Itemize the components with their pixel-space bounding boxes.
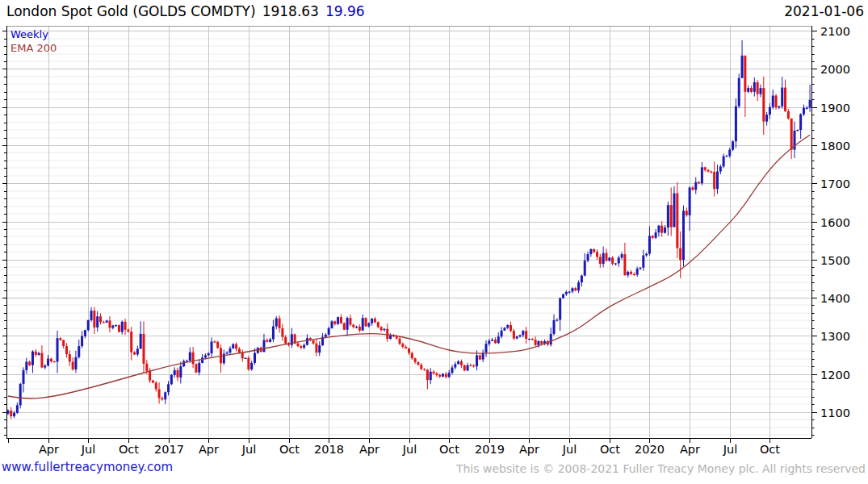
svg-text:1100: 1100 <box>820 407 850 419</box>
svg-text:1500: 1500 <box>820 254 850 267</box>
svg-text:2018: 2018 <box>314 443 344 456</box>
svg-text:Jul: Jul <box>241 443 257 456</box>
plot-border <box>6 26 812 439</box>
svg-text:Jul: Jul <box>81 443 96 456</box>
svg-text:2100: 2100 <box>820 25 850 38</box>
svg-text:Apr: Apr <box>39 443 59 456</box>
svg-text:Jul: Jul <box>723 443 738 456</box>
svg-text:Apr: Apr <box>199 443 219 456</box>
svg-text:Oct: Oct <box>600 443 620 456</box>
page: { "header": { "title": "London Spot Gold… <box>0 0 868 484</box>
svg-text:Apr: Apr <box>680 443 700 456</box>
copyright-text: This website is © 2008-2021 Fuller Treac… <box>456 462 866 475</box>
svg-text:Oct: Oct <box>439 443 459 456</box>
svg-text:2020: 2020 <box>635 443 665 456</box>
svg-text:Oct: Oct <box>279 443 300 456</box>
svg-text:Apr: Apr <box>519 443 539 456</box>
svg-text:1800: 1800 <box>820 140 850 152</box>
candlestick-series <box>6 40 811 419</box>
grid-minor <box>6 39 811 435</box>
price-chart[interactable]: 1100120013001400150016001700180019002000… <box>0 0 868 484</box>
svg-text:Oct: Oct <box>760 443 780 456</box>
svg-text:2017: 2017 <box>154 443 184 456</box>
svg-text:2019: 2019 <box>475 443 505 456</box>
svg-text:Jul: Jul <box>562 443 577 456</box>
svg-text:Oct: Oct <box>119 443 139 456</box>
svg-text:Jul: Jul <box>402 443 417 456</box>
ema-label: EMA 200 <box>10 42 57 54</box>
x-axis: AprJulOct2017AprJulOct2018AprJulOct2019A… <box>9 438 781 456</box>
svg-text:1200: 1200 <box>820 369 850 382</box>
grid-major <box>6 31 811 413</box>
timeframe-label: Weekly <box>10 28 48 40</box>
svg-text:1400: 1400 <box>820 292 850 305</box>
svg-text:1700: 1700 <box>820 177 850 190</box>
svg-text:2000: 2000 <box>820 63 850 76</box>
svg-text:Apr: Apr <box>359 443 379 456</box>
svg-text:1300: 1300 <box>820 330 850 343</box>
site-link[interactable]: www.fullertreacymoney.com <box>2 460 173 474</box>
svg-text:1900: 1900 <box>820 102 850 115</box>
svg-text:1600: 1600 <box>820 216 850 229</box>
